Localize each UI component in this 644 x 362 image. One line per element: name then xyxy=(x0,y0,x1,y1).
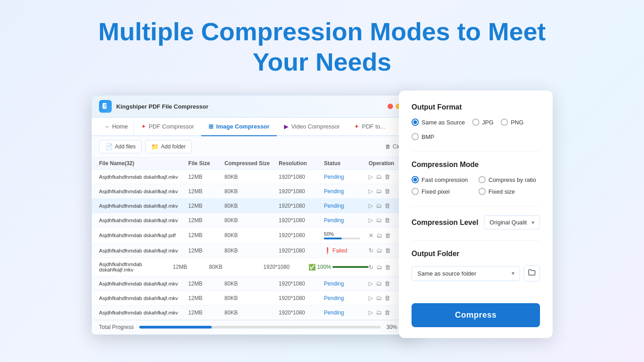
radio-compress-by-ratio[interactable]: Compress by ratio xyxy=(478,176,540,183)
table-row: Asjdhfkahdfnmdab dskahfkajf.mkv 12MB 80K… xyxy=(92,258,417,276)
status-failed: ❗ Failed xyxy=(324,247,369,254)
radio-fast-compression[interactable]: Fast compression xyxy=(412,176,473,183)
play-icon[interactable]: ▷ xyxy=(369,295,373,301)
output-folder-title: Output Folder xyxy=(412,250,540,258)
output-folder-section: Output Folder Same as source folder Cust… xyxy=(412,250,540,281)
svg-rect-2 xyxy=(104,106,106,106)
folder-icon[interactable]: 🗂 xyxy=(376,202,382,209)
radio-circle-same-as-source xyxy=(412,119,419,126)
title-bar: Kingshiper PDF File Compressor xyxy=(92,95,417,118)
compress-button[interactable]: Compress xyxy=(412,303,540,327)
retry-icon[interactable]: ↻ xyxy=(369,264,374,271)
table-row: Asjdhfkahdfnmdab dskahfkajf.mkv 12MB 80K… xyxy=(92,199,417,213)
delete-icon[interactable]: 🗑 xyxy=(385,232,391,239)
radio-fixed-pixel[interactable]: Fixed pixel xyxy=(412,188,473,195)
radio-fixed-size[interactable]: Fixed size xyxy=(478,188,540,195)
compressed-size: 80KB xyxy=(224,295,279,301)
table-row: Asjdhfkahdfnmdab dskahfkajf.mkv 12MB 80K… xyxy=(92,305,417,320)
resolution: 1920*1080 xyxy=(279,310,324,316)
file-size: 12MB xyxy=(173,264,209,270)
col-resolution: Resolution xyxy=(279,160,324,167)
delete-icon[interactable]: 🗑 xyxy=(384,217,390,224)
delete-icon[interactable]: 🗑 xyxy=(384,309,390,316)
output-format-options: Same as Source JPG PNG BMP xyxy=(412,119,540,140)
radio-circle-ratio xyxy=(478,176,486,183)
toolbar: 📄 Add files 📁 Add folder 🗑 Clear xyxy=(92,136,417,157)
delete-icon[interactable]: 🗑 xyxy=(385,264,391,271)
radio-circle-png xyxy=(501,119,508,126)
folder-icon[interactable]: 🗂 xyxy=(376,232,382,239)
folder-icon[interactable]: 🗂 xyxy=(376,295,382,301)
col-filesize: File Size xyxy=(188,160,224,167)
compressed-size: 80KB xyxy=(224,188,279,195)
play-icon[interactable]: ▷ xyxy=(369,217,373,224)
add-folder-button[interactable]: 📁 Add folder xyxy=(145,140,192,153)
table-row: Asjdhfkahdfnmdab dskahfkajf.mkv 12MB 80K… xyxy=(92,243,417,258)
status-pending: Pending xyxy=(324,217,369,224)
status-progress: 50% xyxy=(324,231,369,239)
convert-icon: ✦ xyxy=(354,123,359,130)
compression-level-row: Compression Level Original Quality High … xyxy=(412,215,540,229)
delete-icon[interactable]: 🗑 xyxy=(384,280,390,287)
output-folder-select[interactable]: Same as source folder Custom folder... xyxy=(412,266,520,281)
table-row: Asjdhfkahdfnmdab dskahfkajf.mkv 12MB 80K… xyxy=(92,291,417,305)
status-success: ✅ 100% xyxy=(308,264,369,271)
radio-circle-pixel xyxy=(412,188,419,195)
status-pending: Pending xyxy=(324,295,369,301)
tab-video-compressor[interactable]: ▶ Video Compressor xyxy=(277,118,347,136)
compression-level-title: Compression Level xyxy=(412,219,478,227)
app-logo xyxy=(99,100,112,113)
compressed-size: 80KB xyxy=(224,174,279,180)
total-progress-label: Total Progress xyxy=(99,324,134,330)
play-icon[interactable]: ▷ xyxy=(369,173,373,180)
file-size: 12MB xyxy=(188,310,224,316)
table-row: Asjdhfkahdfnmdab dskahfkajf.mkv 12MB 80K… xyxy=(92,276,417,291)
delete-icon[interactable]: 🗑 xyxy=(384,173,390,180)
image-icon: ⊞ xyxy=(208,123,213,130)
cancel-icon[interactable]: ✕ xyxy=(369,232,374,239)
compression-level-select[interactable]: Original Quality High Quality Medium Qua… xyxy=(484,215,540,229)
folder-icon[interactable]: 🗂 xyxy=(376,188,382,195)
back-arrow-icon: ← xyxy=(104,123,110,130)
video-icon: ▶ xyxy=(284,123,289,130)
retry-icon[interactable]: ↻ xyxy=(369,247,374,254)
status-pending: Pending xyxy=(324,188,369,195)
radio-bmp[interactable]: BMP xyxy=(412,133,434,140)
delete-icon[interactable]: 🗑 xyxy=(384,295,390,301)
tab-pdf-compressor[interactable]: ✦ PDF Compressor xyxy=(134,118,201,136)
folder-icon[interactable]: 🗂 xyxy=(376,247,382,254)
tab-pdf-convert[interactable]: ✦ PDF to... xyxy=(347,118,392,136)
play-icon[interactable]: ▷ xyxy=(369,309,373,316)
file-size: 12MB xyxy=(188,174,224,180)
col-status: Status xyxy=(324,160,369,167)
play-icon[interactable]: ▷ xyxy=(369,202,373,209)
status-pending: Pending xyxy=(324,174,369,180)
radio-jpg[interactable]: JPG xyxy=(472,119,493,126)
resolution: 1920*1080 xyxy=(279,281,324,287)
folder-browse-button[interactable] xyxy=(524,265,540,281)
play-icon[interactable]: ▷ xyxy=(369,188,373,195)
tab-image-compressor[interactable]: ⊞ Image Compressor xyxy=(201,118,277,136)
folder-icon[interactable]: 🗂 xyxy=(376,264,382,271)
app-window: Kingshiper PDF File Compressor ← Home ✦ … xyxy=(91,95,417,335)
add-files-button[interactable]: 📄 Add files xyxy=(99,140,142,153)
delete-icon[interactable]: 🗑 xyxy=(384,202,390,209)
file-size: 12MB xyxy=(188,248,224,254)
resolution: 1920*1080 xyxy=(279,248,324,254)
status-pending: Pending xyxy=(324,310,369,316)
play-icon[interactable]: ▷ xyxy=(369,280,373,287)
compressed-size: 80KB xyxy=(224,248,279,254)
close-btn[interactable] xyxy=(388,104,393,109)
delete-icon[interactable]: 🗑 xyxy=(384,188,390,195)
error-icon: ❗ xyxy=(324,247,331,254)
folder-icon[interactable]: 🗂 xyxy=(376,217,382,224)
compression-mode-title: Compression Mode xyxy=(412,161,540,169)
clear-icon: 🗑 xyxy=(385,143,391,150)
folder-icon[interactable]: 🗂 xyxy=(376,280,382,287)
folder-icon[interactable]: 🗂 xyxy=(376,309,382,316)
radio-png[interactable]: PNG xyxy=(501,119,523,126)
radio-same-as-source[interactable]: Same as Source xyxy=(412,119,465,126)
nav-home[interactable]: ← Home xyxy=(99,119,134,134)
delete-icon[interactable]: 🗑 xyxy=(385,247,391,254)
folder-icon[interactable]: 🗂 xyxy=(376,173,382,180)
